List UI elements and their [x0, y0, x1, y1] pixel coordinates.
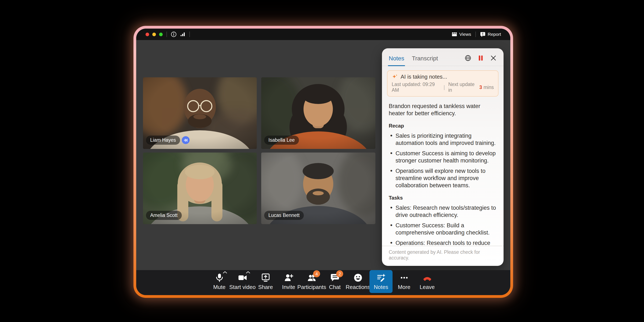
note-bullet-item: Customer Success is aiming to develop st…: [389, 150, 497, 164]
note-bullet-item: Operations: Research tools to reduce man…: [389, 240, 497, 246]
next-update-suffix: mins: [484, 84, 494, 90]
ai-banner-title: AI is taking notes...: [400, 74, 447, 80]
notes-section-heading: Tasks: [389, 195, 497, 201]
screenshot-stage: Views Report L: [0, 0, 644, 322]
toolbar-label-invite: Invite: [282, 284, 295, 290]
zoom-window-button[interactable]: [159, 32, 163, 36]
chevron-up-icon[interactable]: [246, 271, 250, 274]
notes-bullet-list: Sales is prioritizing integrating automa…: [389, 132, 497, 189]
notes-panel-tabs: NotesTranscript: [389, 50, 438, 66]
video-tile: Liam Hayes: [143, 77, 257, 149]
participant-name-label: Liam Hayes: [146, 136, 180, 145]
participant-name-label: Lucas Bennett: [264, 211, 304, 220]
notes-section: Tasks Sales: Research new tools/strategi…: [389, 195, 497, 246]
chat-count-badge: 2: [336, 270, 343, 277]
gradient-device-frame: Views Report L: [134, 26, 513, 298]
tab-notes[interactable]: Notes: [389, 50, 404, 66]
notes-panel-header: NotesTranscript: [382, 48, 504, 66]
note-bullet-item: Operations will explore new tools to str…: [389, 167, 497, 189]
toolbar-label-notes: Notes: [374, 284, 388, 290]
ai-sparkle-icon: [392, 74, 398, 80]
note-bullet-item: Sales is prioritizing integrating automa…: [389, 132, 497, 146]
voice-wave-icon: [183, 138, 188, 143]
titlebar-divider: [190, 32, 190, 37]
note-bullet-item: Customer Success: Build a comprehensive …: [389, 222, 497, 236]
globe-language-icon[interactable]: [464, 55, 471, 62]
more-dots-icon: [399, 273, 409, 282]
pause-notes-icon[interactable]: [477, 55, 484, 62]
report-button[interactable]: Report: [480, 32, 501, 37]
views-grid-icon: [452, 32, 457, 37]
close-panel-icon[interactable]: [490, 55, 497, 62]
participant-name-label: Amelia Scott: [146, 211, 182, 220]
tab-transcript-label: Transcript: [412, 55, 438, 62]
notes-section-heading: Recap: [389, 123, 497, 129]
video-tile: Amelia Scott: [143, 152, 257, 224]
close-window-button[interactable]: [146, 32, 149, 36]
toolbar-label-more: More: [398, 284, 410, 290]
toolbar-label-reactions: Reactions: [346, 284, 370, 290]
titlebar-divider: [475, 32, 476, 37]
meeting-control-toolbar: Mute Start video Share Invite Participan…: [136, 270, 510, 295]
toolbar-label-share: Share: [258, 284, 273, 290]
ai-disclaimer-footer: Content generated by AI. Please check fo…: [382, 246, 504, 266]
reactions-smiley-icon: [353, 273, 363, 282]
camera-icon: [238, 273, 248, 282]
notes-panel: NotesTranscript AI is taking notes...: [382, 48, 504, 266]
note-bullet-item: Sales: Research new tools/strategies to …: [389, 204, 497, 218]
participants-count-badge: 4: [313, 270, 320, 277]
toolbar-label-leave: Leave: [420, 284, 435, 290]
titlebar-divider: [166, 32, 167, 37]
microphone-icon: [214, 273, 224, 282]
toolbar-button-notes[interactable]: Notes: [370, 270, 392, 293]
toolbar-button-participants[interactable]: Participants 4: [300, 270, 323, 293]
ai-notes-banner: AI is taking notes... Last updated: 09:2…: [387, 70, 498, 96]
share-screen-icon: [261, 273, 270, 282]
video-grid: Liam Hayes Isabella Lee Ameli: [143, 77, 376, 224]
minimize-window-button[interactable]: [152, 32, 156, 36]
toolbar-button-more[interactable]: More: [392, 270, 416, 293]
report-label: Report: [488, 32, 501, 37]
toolbar-label-start-video: Start video: [229, 284, 256, 290]
toolbar-button-share[interactable]: Share: [254, 270, 277, 293]
participant-name-label: Isabella Lee: [264, 136, 299, 145]
meeting-info-icon[interactable]: [171, 31, 177, 37]
invite-person-icon: [284, 273, 294, 282]
connection-signal-icon[interactable]: [180, 31, 186, 37]
notes-intro-paragraph: Brandon requested a tankless water heate…: [389, 102, 497, 117]
toolbar-button-start-video[interactable]: Start video: [231, 270, 254, 293]
tab-notes-label: Notes: [389, 55, 404, 62]
toolbar-button-leave[interactable]: Leave: [416, 270, 439, 293]
notes-section: Recap Sales is prioritizing integrating …: [389, 123, 497, 189]
next-update-minutes: 3: [480, 84, 482, 90]
views-label: Views: [459, 32, 471, 37]
next-update-prefix: Next update in: [448, 82, 478, 93]
window-titlebar: Views Report: [136, 28, 510, 40]
toolbar-label-participants: Participants: [298, 284, 326, 290]
toolbar-button-reactions[interactable]: Reactions: [346, 270, 370, 293]
leave-call-icon: [422, 273, 432, 282]
toolbar-button-chat[interactable]: Chat 2: [323, 270, 346, 293]
toolbar-button-mute[interactable]: Mute: [208, 270, 231, 293]
chevron-up-icon[interactable]: [223, 271, 227, 274]
report-bubble-icon: [480, 32, 486, 37]
last-updated-text: Last updated: 09:29 AM: [392, 82, 440, 93]
video-tile: Isabella Lee: [261, 77, 376, 149]
notes-content[interactable]: Brandon requested a tankless water heate…: [382, 96, 504, 246]
meeting-body: Liam Hayes Isabella Lee Ameli: [136, 40, 510, 295]
views-button[interactable]: Views: [452, 32, 471, 37]
tab-transcript[interactable]: Transcript: [412, 50, 438, 66]
speaking-indicator: [182, 136, 190, 144]
toolbar-button-invite[interactable]: Invite: [277, 270, 300, 293]
traffic-lights: [146, 32, 163, 36]
meeting-app-window: Views Report L: [136, 28, 510, 295]
video-tile: Lucas Bennett: [261, 152, 376, 224]
notes-pencil-icon: [376, 273, 386, 282]
banner-separator: |: [444, 84, 445, 90]
toolbar-label-chat: Chat: [329, 284, 341, 290]
toolbar-label-mute: Mute: [213, 284, 226, 290]
notes-bullet-list: Sales: Research new tools/strategies to …: [389, 204, 497, 246]
